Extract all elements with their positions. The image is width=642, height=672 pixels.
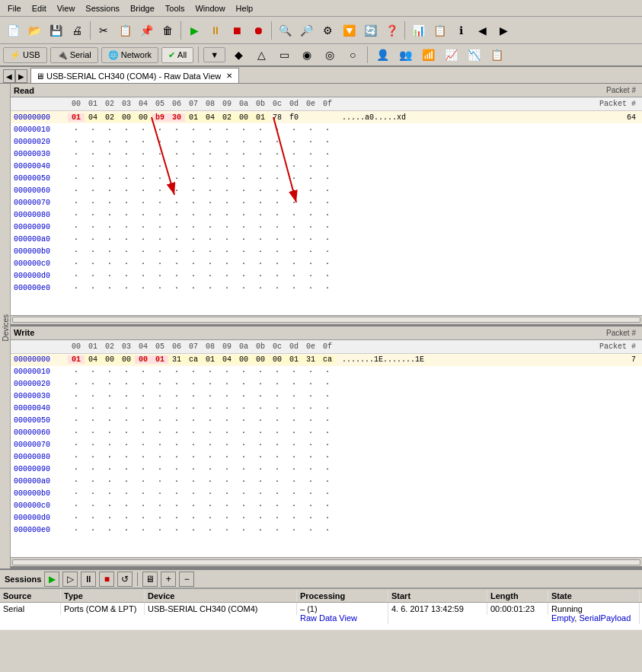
toolbar2-separator: [198, 46, 199, 63]
menu-file[interactable]: File: [3, 2, 26, 14]
serial-filter-button[interactable]: 🔌 Serial: [50, 47, 98, 63]
list-item: Serial Ports (COM & LPT) USB-SERIAL CH34…: [0, 603, 642, 630]
packet-number: 7: [435, 355, 642, 364]
cut-button[interactable]: ✂: [94, 21, 113, 40]
sessions-table-header: Source Type Device Processing Start Leng…: [0, 589, 642, 603]
paste-button[interactable]: 📌: [136, 21, 156, 40]
delete-button[interactable]: 🗑: [158, 21, 177, 40]
sessions-pause-button[interactable]: ⏸: [81, 572, 96, 587]
toolbar-separator-4: [404, 21, 405, 40]
table-row: 000000c0················: [11, 257, 642, 269]
read-hex-content[interactable]: 00000000 01 04 02 00 00 b9 30 01 04 02 0…: [11, 111, 642, 315]
tb2-btn9[interactable]: 📶: [418, 45, 438, 65]
tb2-btn11[interactable]: 📉: [464, 45, 484, 65]
table-row: 00000020················: [11, 135, 642, 148]
write-byte-headers: 00 01 02 03 04 05 06 07 08 09 0a 0b 0c 0…: [68, 342, 336, 351]
help-button[interactable]: ❓: [382, 21, 401, 40]
write-scrollbar-track[interactable]: [12, 559, 640, 565]
tab-close-button[interactable]: ✕: [226, 72, 232, 80]
read-scrollbar-track[interactable]: [12, 317, 640, 323]
session-device: USB-SERIAL CH340 (COM4): [145, 603, 297, 615]
tb2-btn6[interactable]: ○: [343, 45, 363, 65]
dropdown-button[interactable]: ▼: [203, 47, 225, 62]
active-tab[interactable]: 🖥 USB-SERIAL CH340 (COM4) - Raw Data Vie…: [30, 68, 239, 83]
zoom-in-button[interactable]: 🔍: [275, 21, 295, 40]
record-button[interactable]: ⏺: [248, 21, 268, 40]
table-row: 00000090················: [11, 221, 642, 233]
col-header-source: Source: [0, 590, 61, 602]
tb2-btn12[interactable]: 📋: [487, 45, 506, 65]
usb-filter-button[interactable]: ⚡ USB: [3, 47, 47, 63]
raw-data-view-link[interactable]: Raw Data View: [300, 613, 385, 623]
write-scrollbar[interactable]: [11, 557, 642, 566]
print-button[interactable]: 🖨: [67, 21, 87, 40]
sessions-stop-button[interactable]: ■: [99, 572, 114, 587]
menu-tools[interactable]: Tools: [161, 2, 190, 14]
processing-line1: – (1): [300, 604, 385, 613]
tab-next-arrow[interactable]: ▶: [15, 69, 27, 83]
tb2-btn1[interactable]: ◆: [228, 45, 248, 65]
stop-button[interactable]: ⏹: [227, 21, 247, 40]
ascii-cell: .....a0.....xd: [336, 113, 435, 122]
side-panel: Devices: [0, 84, 11, 568]
write-hex-content[interactable]: 00000000 01 04 00 00 00 01 31 ca 01 04 0…: [11, 354, 642, 558]
tb2-btn3[interactable]: ▭: [274, 45, 294, 65]
menu-window[interactable]: Window: [190, 2, 229, 14]
network-filter-button[interactable]: 🌐 Network: [101, 47, 158, 63]
byte-cells: 01 04 02 00 00 b9 30 01 04 02 00 01 78 f…: [68, 113, 336, 122]
sessions-minus-button[interactable]: −: [179, 572, 194, 587]
copy-button[interactable]: 📋: [115, 21, 135, 40]
sessions-refresh-button[interactable]: ↺: [117, 572, 133, 587]
menu-help[interactable]: Help: [232, 2, 258, 14]
col-header-type: Type: [61, 590, 145, 602]
table-row: 00000080················: [11, 209, 642, 221]
sessions-add-button[interactable]: 🖥: [142, 572, 158, 587]
table-button[interactable]: 📋: [430, 21, 449, 40]
table-row: 00000030················: [11, 390, 642, 403]
table-row: 00000070················: [11, 439, 642, 451]
all-filter-button[interactable]: ✔ All: [161, 47, 193, 63]
chart-button[interactable]: 📊: [408, 21, 428, 40]
open-button[interactable]: 📂: [24, 21, 44, 40]
refresh-button[interactable]: 🔄: [360, 21, 380, 40]
new-button[interactable]: 📄: [3, 21, 23, 40]
settings-button[interactable]: ⚙: [318, 21, 337, 40]
tb2-btn2[interactable]: △: [251, 45, 271, 65]
tb2-btn4[interactable]: ◉: [297, 45, 317, 65]
empty-link[interactable]: Empty: [551, 613, 574, 623]
read-byte-headers: 00 01 02 03 04 05 06 07 08 09 0a 0b 0c 0…: [68, 100, 336, 108]
table-row: 000000b0················: [11, 488, 642, 500]
serial-payload-link[interactable]: SerialPayload: [579, 613, 631, 623]
write-col-headers: 00 01 02 03 04 05 06 07 08 09 0a 0b 0c 0…: [11, 340, 642, 354]
sessions-play-button[interactable]: ▷: [62, 572, 78, 587]
tab-prev-arrow[interactable]: ◀: [3, 69, 15, 83]
read-packet-header: Packet #: [435, 100, 642, 108]
check-icon: ✔: [168, 50, 175, 60]
table-row: 00000090················: [11, 463, 642, 476]
tb2-btn8[interactable]: 👥: [395, 45, 415, 65]
filter-button[interactable]: 🔽: [339, 21, 359, 40]
menu-view[interactable]: View: [53, 2, 80, 14]
sessions-play-green-button[interactable]: ▶: [44, 572, 59, 587]
read-scrollbar[interactable]: [11, 315, 642, 324]
sessions-plus-button[interactable]: +: [161, 572, 176, 587]
start-button[interactable]: ▶: [184, 21, 204, 40]
menu-bridge[interactable]: Bridge: [126, 2, 159, 14]
read-col-headers: 00 01 02 03 04 05 06 07 08 09 0a 0b 0c 0…: [11, 97, 642, 111]
menu-sessions[interactable]: Sessions: [81, 2, 124, 14]
table-row: 00000050················: [11, 172, 642, 184]
save-button[interactable]: 💾: [46, 21, 65, 40]
tb2-btn5[interactable]: ◎: [320, 45, 340, 65]
menu-edit[interactable]: Edit: [27, 2, 51, 14]
tb2-btn10[interactable]: 📈: [441, 45, 461, 65]
table-row: 00000020················: [11, 378, 642, 390]
table-row: 00000060················: [11, 427, 642, 439]
prev-button[interactable]: ◀: [472, 21, 492, 40]
pause-button[interactable]: ⏸: [206, 21, 225, 40]
table-row: 000000b0················: [11, 245, 642, 257]
next-button[interactable]: ▶: [493, 21, 513, 40]
session-length: 00:00:01:23: [487, 603, 548, 615]
info-button[interactable]: ℹ: [451, 21, 471, 40]
zoom-out-button[interactable]: 🔎: [296, 21, 316, 40]
tb2-btn7[interactable]: 👤: [372, 45, 392, 65]
